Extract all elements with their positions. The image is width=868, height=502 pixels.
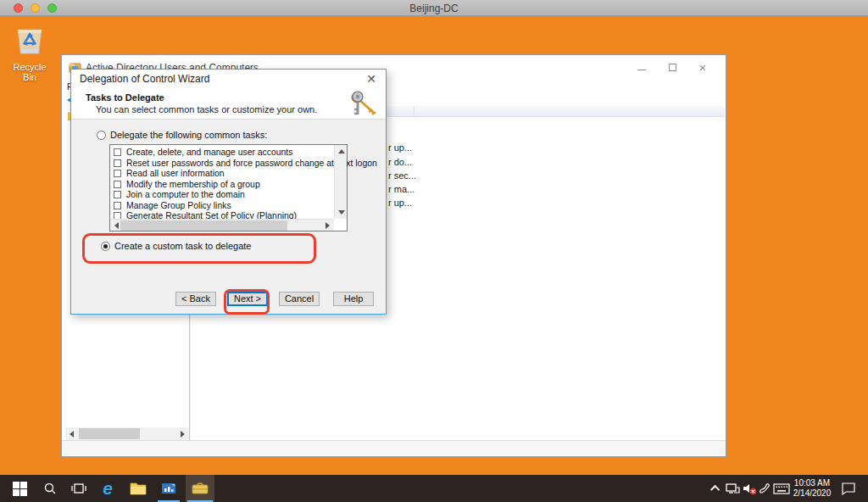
status-bar [62, 440, 726, 455]
maximize-button[interactable] [659, 59, 685, 77]
wizard-title: Delegation of Control Wizard [80, 73, 209, 85]
pen-icon [759, 482, 771, 494]
file-explorer-button[interactable] [125, 475, 151, 502]
listbox-horizontal-scrollbar[interactable] [110, 219, 334, 231]
file-explorer-icon [130, 482, 147, 495]
checkbox[interactable] [114, 202, 121, 209]
scroll-down-button[interactable] [335, 208, 347, 219]
list-item[interactable]: r up... [388, 142, 412, 153]
volume-muted-icon [743, 482, 757, 495]
radio-delegate-common-tasks[interactable] [97, 131, 106, 140]
start-button[interactable] [7, 475, 32, 502]
vm-window-title: Beijing-DC [0, 3, 868, 14]
action-center-icon [842, 482, 855, 495]
wizard-subheading: You can select common tasks or customize… [96, 104, 317, 114]
minimize-button[interactable] [629, 59, 654, 77]
windows-logo-icon [13, 482, 27, 496]
search-button[interactable] [37, 475, 63, 502]
touch-keyboard-button[interactable] [771, 475, 792, 502]
scroll-up-button[interactable] [335, 145, 347, 156]
column-separator [414, 106, 415, 117]
volume-muted-button[interactable] [741, 475, 758, 502]
keyboard-icon [773, 483, 790, 494]
task-view-icon [71, 482, 86, 494]
annotation-box-next-button [224, 289, 270, 315]
scroll-right-button[interactable] [322, 220, 334, 231]
wizard-close-icon[interactable]: ✕ [362, 70, 381, 87]
search-icon [43, 482, 57, 495]
internet-explorer-icon: e [103, 480, 113, 497]
list-item[interactable]: r up... [388, 198, 412, 208]
server-manager-button[interactable] [156, 475, 181, 502]
annotation-box-custom-task [82, 233, 316, 264]
list-item[interactable]: r sec... [388, 170, 416, 181]
list-item[interactable]: r ma... [388, 184, 415, 194]
checkbox[interactable] [114, 159, 121, 167]
wizard-heading: Tasks to Delegate [86, 92, 164, 103]
checkbox[interactable] [114, 191, 121, 198]
cancel-button[interactable]: Cancel [279, 292, 320, 306]
wizard-header: Tasks to Delegate You can select common … [71, 88, 386, 120]
delegation-wizard-dialog: Delegation of Control Wizard ✕ Tasks to … [70, 69, 387, 315]
close-button[interactable]: × [690, 59, 715, 77]
radio-common-label[interactable]: Delegate the following common tasks: [110, 130, 267, 140]
ink-workspace-button[interactable] [757, 475, 772, 502]
listbox-vertical-scrollbar[interactable] [334, 145, 347, 219]
help-button[interactable]: Help [333, 292, 374, 306]
scroll-left-button[interactable] [65, 427, 78, 440]
scrollbar-thumb[interactable] [79, 428, 140, 439]
recycle-bin-icon [5, 23, 54, 60]
checkbox[interactable] [114, 148, 121, 156]
taskbar-clock[interactable]: 10:03 AM 2/14/2020 [792, 475, 832, 502]
back-button[interactable]: < Back [175, 292, 216, 306]
recycle-bin-shortcut[interactable]: Recycle Bin [5, 23, 54, 82]
windows-taskbar: e [0, 475, 868, 502]
clock-time: 10:03 AM [794, 478, 830, 488]
task-view-button[interactable] [66, 475, 92, 502]
scroll-right-button[interactable] [176, 427, 189, 440]
keys-icon [347, 89, 379, 119]
network-status-button[interactable] [724, 475, 741, 502]
list-item[interactable]: r do... [388, 157, 412, 167]
internet-explorer-button[interactable]: e [95, 475, 120, 502]
wizard-titlebar[interactable]: Delegation of Control Wizard ✕ [71, 70, 386, 88]
scrollbar-thumb[interactable] [120, 220, 287, 231]
chevron-up-icon [710, 485, 720, 494]
left-pane-horizontal-scrollbar[interactable] [65, 427, 189, 440]
checkbox[interactable] [114, 181, 121, 188]
common-tasks-listbox[interactable]: Create, delete, and manage user accounts… [109, 144, 348, 231]
desktop-background: Recycle Bin Active Directory Users and C… [0, 16, 868, 475]
macos-titlebar: Beijing-DC [0, 0, 868, 16]
action-center-button[interactable] [837, 475, 860, 502]
aduc-taskbar-button[interactable] [186, 475, 214, 502]
server-manager-icon [161, 481, 176, 496]
network-icon [726, 482, 740, 494]
recycle-bin-label: Recycle Bin [5, 62, 54, 82]
clock-date: 2/14/2020 [793, 488, 832, 499]
checkbox[interactable] [114, 170, 121, 177]
mmc-toolbox-icon [192, 482, 209, 495]
tray-expand-button[interactable] [709, 475, 724, 502]
